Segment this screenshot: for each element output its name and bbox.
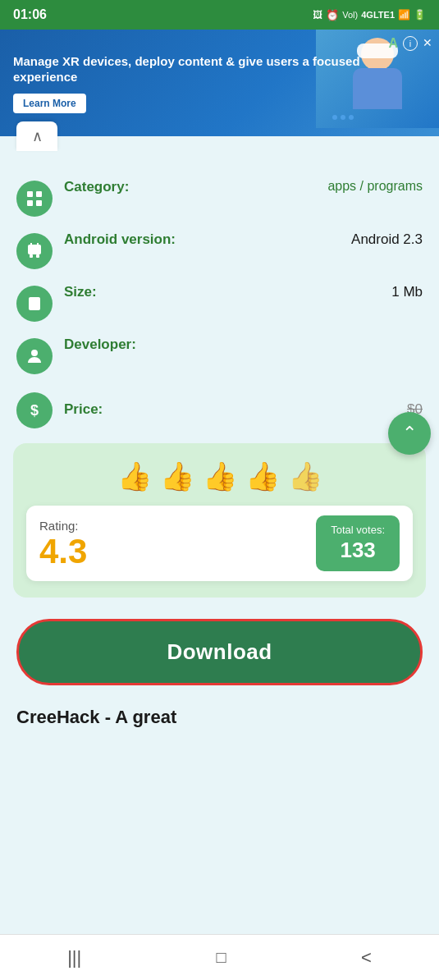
android-row: Android version: Android 2.3 <box>16 231 423 272</box>
battery-icon: 🔋 <box>414 9 426 21</box>
ad-brand-icon: A <box>388 36 398 51</box>
size-row: Size: 1 Mb <box>16 284 423 325</box>
rating-number: 4.3 <box>39 534 303 569</box>
android-value: Android 2.3 <box>351 231 423 248</box>
bottom-title: CreeHack - A great <box>0 698 439 736</box>
size-icon-circle <box>16 286 53 322</box>
android-icon <box>25 241 44 261</box>
total-votes-number: 133 <box>331 538 385 563</box>
svg-rect-6 <box>36 254 39 258</box>
ad-banner: Manage XR devices, deploy content & give… <box>0 30 439 136</box>
thumb-icon-5: 👍 <box>288 460 322 492</box>
ad-close-icon[interactable]: ✕ <box>423 36 432 51</box>
thumbs-row: 👍 👍 👍 👍 👍 <box>26 460 413 492</box>
collapse-arrow-button[interactable]: ∧ <box>16 121 57 151</box>
thumb-icon-3: 👍 <box>203 460 237 492</box>
svg-rect-2 <box>27 200 33 206</box>
price-icon-circle: $ <box>16 392 53 428</box>
download-section: Download <box>0 611 439 698</box>
price-row: $ Price: $0 ⌃ <box>16 389 423 430</box>
thumb-icon-2: 👍 <box>160 460 194 492</box>
size-value: 1 Mb <box>391 284 423 300</box>
category-icon-circle <box>16 181 53 217</box>
volume-indicator: Vol) <box>342 10 358 20</box>
collapse-arrow-container: ∧ <box>0 136 439 151</box>
svg-rect-10 <box>31 300 34 304</box>
status-bar: 01:06 🖼 ⏰ Vol) 4GLTE1 📶 🔋 <box>0 0 439 30</box>
developer-label: Developer: <box>64 337 136 352</box>
ad-text-area: Manage XR devices, deploy content & give… <box>13 53 426 113</box>
dots-decoration <box>332 115 354 120</box>
chevron-up-icon: ⌃ <box>402 423 417 444</box>
sd-card-icon <box>25 294 44 314</box>
nav-back-icon[interactable]: < <box>361 947 372 969</box>
svg-rect-9 <box>29 297 40 310</box>
category-value: apps / programs <box>327 179 423 194</box>
rating-label: Rating: <box>39 519 303 533</box>
thumb-icon-4: 👍 <box>245 460 280 492</box>
network-4g: 4GLTE1 <box>361 10 395 20</box>
developer-row: Developer: <box>16 337 423 378</box>
android-icon-circle <box>16 233 53 269</box>
chevron-up-icon: ∧ <box>32 127 43 145</box>
status-time: 01:06 <box>13 7 47 22</box>
total-votes-box: Total votes: 133 <box>316 515 400 571</box>
ad-info-icon[interactable]: i <box>403 36 418 51</box>
status-icons: 🖼 ⏰ Vol) 4GLTE1 📶 🔋 <box>313 9 426 21</box>
category-label: Category: <box>64 179 129 195</box>
nav-menu-icon[interactable]: ||| <box>67 947 81 969</box>
person-icon <box>25 346 44 366</box>
svg-rect-0 <box>27 191 33 197</box>
svg-rect-7 <box>30 243 32 245</box>
svg-point-13 <box>31 350 38 356</box>
rating-section: 👍 👍 👍 👍 👍 Rating: 4.3 Total votes: 133 <box>13 443 426 598</box>
rating-left: Rating: 4.3 <box>39 519 303 569</box>
svg-text:$: $ <box>30 402 39 419</box>
android-label: Android version: <box>64 231 176 247</box>
nav-bar: ||| □ < <box>0 934 439 980</box>
developer-icon-circle <box>16 338 53 374</box>
svg-rect-3 <box>36 200 42 206</box>
scroll-to-top-button[interactable]: ⌃ <box>388 412 431 455</box>
thumb-icon-1: 👍 <box>117 460 152 492</box>
price-label: Price: <box>64 401 103 417</box>
signal-icon: 📶 <box>398 9 410 21</box>
category-row: Category: apps / programs <box>16 179 423 220</box>
info-section: Category: apps / programs Android versio… <box>0 166 439 430</box>
nav-home-icon[interactable]: □ <box>217 948 226 967</box>
ad-learn-more-button[interactable]: Learn More <box>13 94 86 113</box>
camera-icon: 🖼 <box>313 9 322 21</box>
alarm-icon: ⏰ <box>326 9 339 21</box>
rating-details: Rating: 4.3 Total votes: 133 <box>26 506 413 581</box>
download-button[interactable]: Download <box>16 619 423 685</box>
svg-rect-12 <box>30 305 39 307</box>
apps-icon <box>25 189 44 208</box>
svg-rect-8 <box>37 243 39 245</box>
svg-rect-4 <box>28 245 41 254</box>
svg-rect-11 <box>35 300 38 304</box>
dollar-icon: $ <box>25 401 44 420</box>
size-label: Size: <box>64 284 97 300</box>
svg-rect-5 <box>30 254 33 258</box>
svg-rect-1 <box>36 191 42 197</box>
ad-title: Manage XR devices, deploy content & give… <box>13 53 426 85</box>
ad-close-area: A i ✕ <box>388 36 432 51</box>
total-votes-label: Total votes: <box>331 524 385 536</box>
